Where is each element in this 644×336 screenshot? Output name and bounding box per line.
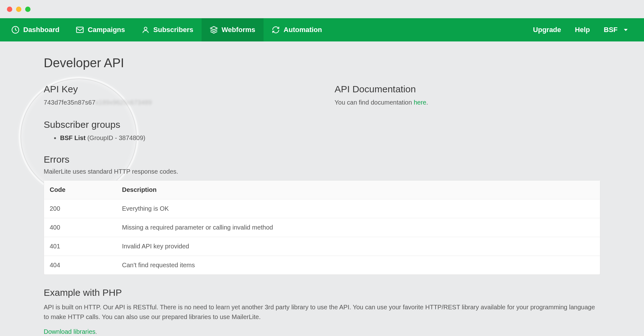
nav-dashboard[interactable]: Dashboard xyxy=(3,18,68,41)
group-name: BSF List xyxy=(60,134,86,141)
docs-prefix: You can find documentation xyxy=(335,99,414,106)
col-header-code: Code xyxy=(50,186,122,193)
nav-label: Automation xyxy=(284,26,322,34)
cell-description: Missing a required parameter or calling … xyxy=(122,224,594,231)
cell-description: Can't find requested items xyxy=(122,262,594,269)
api-key-blurred-part: x189x9625c673489 xyxy=(96,99,152,106)
api-docs-heading: API Documentation xyxy=(335,84,600,95)
list-item: BSF List (GroupID - 3874809) xyxy=(60,134,309,142)
table-row: 200 Everything is OK xyxy=(44,199,600,218)
api-docs-text: You can find documentation here. xyxy=(335,99,600,106)
user-icon xyxy=(142,26,150,34)
docs-here-link[interactable]: here xyxy=(414,99,426,106)
page-body: Developer API API Key 743d7fe35n87s67x18… xyxy=(0,41,644,336)
nav-help[interactable]: Help xyxy=(568,18,597,41)
page-title: Developer API xyxy=(44,41,600,70)
window-titlebar xyxy=(0,0,644,18)
subscriber-groups-heading: Subscriber groups xyxy=(44,119,309,130)
chevron-down-icon xyxy=(624,29,628,31)
two-column-row: API Key 743d7fe35n87s67x189x9625c673489 … xyxy=(44,84,600,142)
api-key-value: 743d7fe35n87s67x189x9625c673489 xyxy=(44,99,309,106)
table-row: 401 Invalid API key provided xyxy=(44,237,600,256)
svg-rect-1 xyxy=(76,27,83,32)
download-libraries-line: Download libraries. xyxy=(44,328,600,335)
download-libraries-link[interactable]: Download libraries xyxy=(44,328,96,335)
table-header-row: Code Description xyxy=(44,181,600,199)
errors-heading: Errors xyxy=(44,154,600,165)
nav-left: Dashboard Campaigns Subscribers Webforms… xyxy=(3,18,330,41)
nav-label: Subscribers xyxy=(153,26,193,34)
nav-campaigns[interactable]: Campaigns xyxy=(68,18,133,41)
nav-label: Help xyxy=(575,26,590,34)
col-header-description: Description xyxy=(122,186,594,193)
table-row: 400 Missing a required parameter or call… xyxy=(44,218,600,237)
nav-account[interactable]: BSF xyxy=(597,18,635,41)
example-heading: Example with PHP xyxy=(44,287,600,298)
table-row: 404 Can't find requested items xyxy=(44,256,600,274)
cell-description: Everything is OK xyxy=(122,205,594,212)
cell-code: 401 xyxy=(50,243,122,250)
errors-subtext: MailerLite uses standard HTTP response c… xyxy=(44,168,600,175)
nav-label: Dashboard xyxy=(23,26,59,34)
svg-point-2 xyxy=(144,27,147,30)
cell-code: 400 xyxy=(50,224,122,231)
nav-label: Upgrade xyxy=(533,26,561,34)
nav-label: BSF xyxy=(604,26,618,34)
main-navbar: Dashboard Campaigns Subscribers Webforms… xyxy=(0,18,644,41)
api-key-heading: API Key xyxy=(44,84,309,95)
window-close-dot[interactable] xyxy=(7,7,12,12)
nav-label: Webforms xyxy=(222,26,255,34)
layers-icon xyxy=(210,26,218,34)
example-text: API is built on HTTP. Our API is RESTful… xyxy=(44,302,600,322)
window-zoom-dot[interactable] xyxy=(25,7,31,12)
download-suffix: . xyxy=(96,329,97,335)
api-key-visible-part: 743d7fe35n87s67 xyxy=(44,99,96,106)
window-minimize-dot[interactable] xyxy=(16,7,21,12)
errors-table: Code Description 200 Everything is OK 40… xyxy=(44,180,600,275)
nav-label: Campaigns xyxy=(88,26,125,34)
subscriber-groups-list: BSF List (GroupID - 3874809) xyxy=(60,134,309,142)
content-container: Developer API API Key 743d7fe35n87s67x18… xyxy=(44,41,600,335)
nav-webforms[interactable]: Webforms xyxy=(202,18,264,41)
nav-upgrade[interactable]: Upgrade xyxy=(526,18,568,41)
nav-right: Upgrade Help BSF xyxy=(526,18,644,41)
refresh-icon xyxy=(272,26,280,34)
api-docs-column: API Documentation You can find documenta… xyxy=(335,84,600,142)
cell-description: Invalid API key provided xyxy=(122,243,594,250)
mail-icon xyxy=(76,26,84,34)
group-id: (GroupID - 3874809) xyxy=(87,134,146,141)
cell-code: 200 xyxy=(50,205,122,212)
clock-icon xyxy=(11,26,19,34)
cell-code: 404 xyxy=(50,262,122,269)
api-key-column: API Key 743d7fe35n87s67x189x9625c673489 … xyxy=(44,84,309,142)
nav-automation[interactable]: Automation xyxy=(264,18,330,41)
docs-suffix: . xyxy=(426,99,428,106)
nav-subscribers[interactable]: Subscribers xyxy=(133,18,202,41)
